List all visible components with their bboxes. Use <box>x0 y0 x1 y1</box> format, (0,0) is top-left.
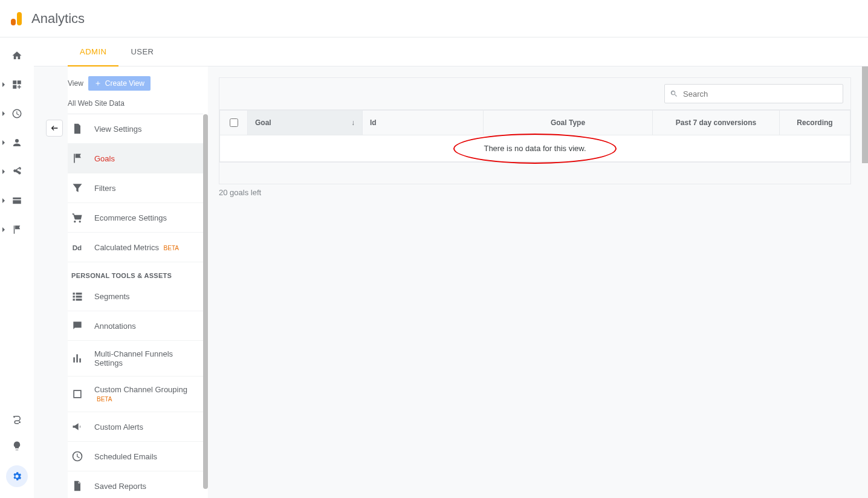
search-icon <box>670 89 678 98</box>
create-view-label: Create View <box>105 79 144 88</box>
section-personal-tools: PERSONAL TOOLS & ASSETS <box>68 262 208 282</box>
plus-icon <box>94 80 102 87</box>
view-column: View Create View All Web Site Data View … <box>68 66 208 498</box>
home-icon <box>11 50 22 61</box>
menu-custom-channel-grouping[interactable]: Custom Channel GroupingBETA <box>68 377 208 412</box>
rail-customization[interactable] <box>5 77 29 92</box>
col-id[interactable]: Id <box>363 111 484 135</box>
analytics-logo-icon <box>11 12 22 25</box>
menu-segments[interactable]: Segments <box>68 282 208 311</box>
bars-icon <box>71 352 83 364</box>
admin-tabs: ADMIN USER <box>34 37 868 66</box>
product-name: Analytics <box>31 11 85 27</box>
flag-icon <box>71 152 83 164</box>
rail-discover[interactable] <box>5 439 29 453</box>
lightbulb-icon <box>11 441 22 451</box>
col-goal-type[interactable]: Goal Type <box>484 111 653 135</box>
menu-calculated-metrics[interactable]: DdCalculated Metrics BETA <box>68 233 208 262</box>
rail-admin[interactable] <box>6 465 28 487</box>
rail-acquisition[interactable] <box>5 164 29 179</box>
rail-conversions[interactable] <box>5 222 29 237</box>
cart-icon <box>71 212 83 224</box>
dd-icon: Dd <box>71 241 83 253</box>
annotation-icon <box>71 320 83 332</box>
search-box[interactable] <box>664 84 843 103</box>
rail-attribution[interactable] <box>5 412 29 427</box>
col-goal[interactable]: Goal↓ <box>248 111 363 135</box>
clock-icon <box>11 108 22 119</box>
create-view-button[interactable]: Create View <box>88 76 151 91</box>
file-icon <box>71 480 83 492</box>
tab-admin[interactable]: ADMIN <box>68 37 118 66</box>
col-checkbox <box>220 111 248 135</box>
goals-table: Goal↓ Id Goal Type Past 7 day conversion… <box>219 110 850 162</box>
menu-view-settings[interactable]: View Settings <box>68 114 208 144</box>
flag-icon <box>11 224 22 235</box>
page-scrollbar[interactable] <box>862 66 868 498</box>
rail-behavior[interactable] <box>5 193 29 208</box>
column-label: View <box>68 79 83 88</box>
goals-main: Goal↓ Id Goal Type Past 7 day conversion… <box>208 66 862 498</box>
rail-realtime[interactable] <box>5 106 29 121</box>
search-input[interactable] <box>682 89 838 99</box>
share-icon <box>11 166 22 177</box>
funnel-icon <box>71 182 83 194</box>
menu-saved-reports[interactable]: Saved Reports <box>68 471 208 498</box>
person-icon <box>11 137 22 148</box>
grouping-icon <box>71 388 83 400</box>
menu-custom-alerts[interactable]: Custom Alerts <box>68 412 208 442</box>
card-icon <box>11 195 22 206</box>
sort-arrow-icon: ↓ <box>351 118 355 127</box>
menu-goals[interactable]: Goals <box>68 144 208 173</box>
clock-outline-icon <box>71 450 83 462</box>
rail-home[interactable] <box>5 48 29 63</box>
app-header: Analytics <box>0 0 868 37</box>
tab-user[interactable]: USER <box>118 37 166 66</box>
nav-rail <box>0 37 34 498</box>
goals-remaining: 20 goals left <box>219 184 851 197</box>
panel-footer <box>219 162 850 184</box>
sidebar-scrollbar[interactable] <box>203 114 208 489</box>
menu-annotations[interactable]: Annotations <box>68 311 208 341</box>
back-button[interactable] <box>46 120 63 137</box>
view-name[interactable]: All Web Site Data <box>68 97 203 114</box>
menu-ecommerce[interactable]: Ecommerce Settings <box>68 203 208 233</box>
back-arrow-icon <box>50 123 59 133</box>
document-icon <box>71 123 83 135</box>
grid-plus-icon <box>11 79 22 90</box>
path-icon <box>11 414 22 425</box>
menu-scheduled-emails[interactable]: Scheduled Emails <box>68 442 208 471</box>
rail-audience[interactable] <box>5 135 29 150</box>
gear-icon <box>11 471 22 482</box>
segments-icon <box>71 290 83 302</box>
empty-message: There is no data for this view. <box>484 144 586 153</box>
select-all-checkbox[interactable] <box>230 118 238 127</box>
col-past7[interactable]: Past 7 day conversions <box>653 111 780 135</box>
svg-text:Dd: Dd <box>73 244 82 251</box>
col-recording[interactable]: Recording <box>780 111 850 135</box>
menu-filters[interactable]: Filters <box>68 173 208 203</box>
megaphone-icon <box>71 421 83 433</box>
menu-mcf-settings[interactable]: Multi-Channel Funnels Settings <box>68 341 208 377</box>
empty-row: There is no data for this view. <box>220 135 850 162</box>
